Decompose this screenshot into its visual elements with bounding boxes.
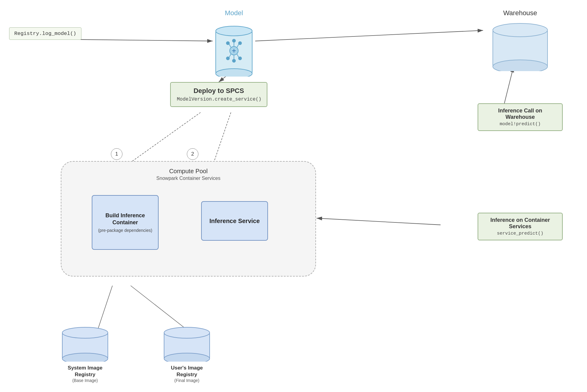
compute-pool-subtitle: Snowpark Container Services bbox=[61, 176, 315, 181]
inference-warehouse-box: Inference Call on Warehouse model!predic… bbox=[478, 103, 563, 131]
svg-point-38 bbox=[164, 327, 210, 338]
deploy-spcs-code: ModelVersion.create_service() bbox=[177, 97, 261, 102]
inference-container-title: Inference on Container Services bbox=[483, 217, 557, 230]
warehouse-container: Warehouse bbox=[490, 9, 551, 72]
user-registry-svg bbox=[163, 325, 211, 362]
svg-point-37 bbox=[164, 353, 210, 362]
build-inference-sub: (pre-package dependencies) bbox=[98, 228, 152, 233]
svg-line-7 bbox=[213, 112, 231, 166]
inference-warehouse-code: model!predict() bbox=[483, 122, 557, 127]
svg-point-35 bbox=[62, 327, 108, 338]
build-inference-container-box: Build Inference Container (pre-package d… bbox=[92, 195, 159, 250]
step2-label: 2 bbox=[191, 151, 194, 157]
user-registry-sub: (Final Image) bbox=[161, 378, 213, 383]
svg-line-3 bbox=[255, 30, 483, 41]
compute-pool-container: Compute Pool Snowpark Container Services… bbox=[61, 161, 316, 277]
sys-registry-sub: (Base Image) bbox=[59, 378, 111, 383]
svg-point-32 bbox=[493, 23, 548, 37]
compute-pool-title: Compute Pool bbox=[61, 168, 315, 175]
svg-line-5 bbox=[504, 67, 513, 103]
warehouse-cylinder-svg bbox=[490, 19, 551, 71]
build-inference-title: Build Inference Container bbox=[97, 212, 154, 226]
sys-registry-svg bbox=[61, 325, 109, 362]
inference-warehouse-title: Inference Call on Warehouse bbox=[483, 108, 557, 120]
svg-line-9 bbox=[317, 218, 441, 225]
step1-badge: 1 bbox=[111, 148, 122, 160]
svg-point-31 bbox=[493, 60, 548, 71]
svg-point-13 bbox=[216, 69, 252, 77]
model-cylinder-svg bbox=[214, 19, 254, 77]
inference-service-box: Inference Service bbox=[201, 201, 268, 241]
step2-badge: 2 bbox=[187, 148, 198, 160]
svg-point-21 bbox=[232, 59, 235, 62]
svg-line-2 bbox=[79, 40, 213, 41]
deploy-spcs-title: Deploy to SPCS bbox=[177, 87, 261, 95]
user-registry-label: User's Image Registry bbox=[161, 365, 213, 378]
inference-service-title: Inference Service bbox=[209, 218, 260, 225]
registry-log-model-code: Registry.log_model() bbox=[14, 31, 76, 36]
step1-label: 1 bbox=[115, 151, 118, 157]
user-image-registry: User's Image Registry (Final Image) bbox=[161, 325, 213, 383]
inference-container-services-box: Inference on Container Services service_… bbox=[478, 213, 563, 240]
svg-point-34 bbox=[62, 353, 108, 362]
system-image-registry: System Image Registry (Base Image) bbox=[59, 325, 111, 383]
svg-point-20 bbox=[232, 39, 235, 42]
diagram-container: Registry.log_model() Model bbox=[0, 0, 587, 392]
model-label: Model bbox=[213, 9, 255, 17]
registry-log-model-box: Registry.log_model() bbox=[9, 27, 81, 40]
svg-point-14 bbox=[216, 26, 252, 36]
model-cylinder: Model bbox=[213, 9, 255, 77]
sys-registry-label: System Image Registry bbox=[59, 365, 111, 378]
inference-container-code: service_predict() bbox=[483, 231, 557, 236]
warehouse-label: Warehouse bbox=[490, 9, 551, 17]
deploy-spcs-box: Deploy to SPCS ModelVersion.create_servi… bbox=[170, 82, 267, 107]
